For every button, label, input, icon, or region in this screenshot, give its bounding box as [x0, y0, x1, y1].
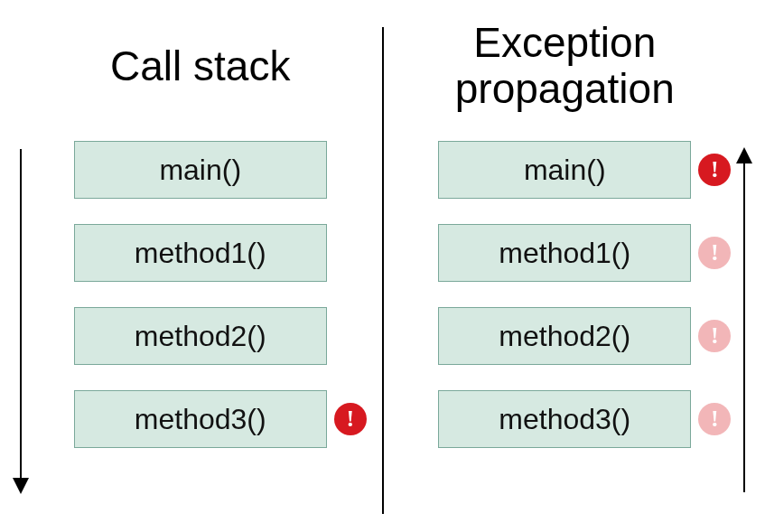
stack-frame: main() — [74, 141, 327, 199]
stack-frame-row: method2() — [74, 307, 327, 365]
frame-label: main() — [159, 154, 241, 187]
call-stack-panel: Call stack main() method1() method2() me… — [0, 0, 383, 532]
badge-glyph: ! — [711, 322, 719, 350]
stack-frame: method3() — [74, 390, 327, 448]
frame-label: method3() — [499, 403, 630, 436]
frame-label: method2() — [499, 320, 630, 353]
diagram-container: Call stack main() method1() method2() me… — [0, 0, 765, 532]
stack-frame-row: method1() — [74, 224, 327, 282]
badge-glyph: ! — [346, 406, 354, 433]
call-stack-arrow-down — [20, 149, 22, 492]
exception-badge-icon: ! — [698, 237, 731, 269]
stack-frame: method1() — [74, 224, 327, 282]
stack-frame: main() — [438, 141, 691, 199]
call-stack-title: Call stack — [110, 16, 290, 116]
stack-frame: method3() — [438, 390, 691, 448]
frame-label: main() — [524, 154, 606, 187]
exception-badge-icon: ! — [334, 403, 367, 435]
exception-propagation-title: Exception propagation — [392, 16, 739, 116]
stack-frame-row: method1() ! — [438, 224, 691, 282]
badge-glyph: ! — [711, 406, 719, 433]
exception-badge-icon: ! — [698, 154, 731, 186]
frame-label: method1() — [499, 237, 630, 270]
exception-propagation-panel: Exception propagation main() ! method1()… — [383, 0, 766, 532]
exception-badge-icon: ! — [698, 320, 731, 352]
stack-frame-row: method3() ! — [438, 390, 691, 448]
frame-label: method1() — [135, 237, 266, 270]
stack-frame: method2() — [438, 307, 691, 365]
stack-frame-row: main() ! — [438, 141, 691, 199]
call-stack-frames: main() method1() method2() method3() ! — [74, 141, 327, 448]
badge-glyph: ! — [711, 156, 719, 183]
stack-frame: method1() — [438, 224, 691, 282]
stack-frame-row: method3() ! — [74, 390, 327, 448]
stack-frame-row: method2() ! — [438, 307, 691, 365]
exception-badge-icon: ! — [698, 403, 731, 435]
stack-frame: method2() — [74, 307, 327, 365]
frame-label: method2() — [135, 320, 266, 353]
propagation-frames: main() ! method1() ! method2() ! method3… — [438, 141, 691, 448]
frame-label: method3() — [135, 403, 266, 436]
stack-frame-row: main() — [74, 141, 327, 199]
propagation-arrow-up — [743, 149, 745, 492]
badge-glyph: ! — [711, 239, 719, 266]
